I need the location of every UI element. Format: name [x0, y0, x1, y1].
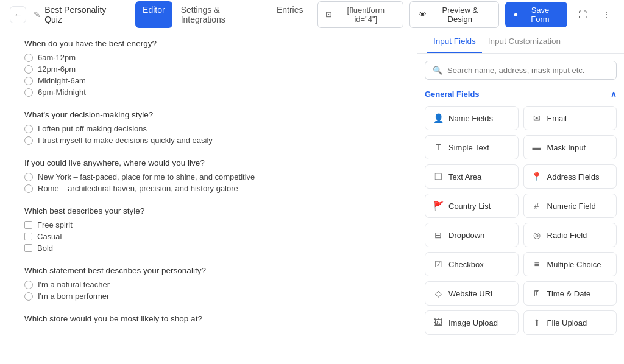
title-text: Best Personality Quiz	[44, 5, 123, 24]
radio-option[interactable]: Midnight-6am	[24, 76, 392, 85]
save-label: Save Form	[522, 5, 558, 24]
field-item-website-url[interactable]: ◇Website URL	[425, 281, 519, 306]
shortcode-text: [fluentform id="4"]	[336, 5, 395, 24]
field-item-multiple-choice[interactable]: ≡Multiple Choice	[523, 252, 617, 276]
radio-option[interactable]: Rome – architectural haven, precision, a…	[24, 184, 392, 193]
field-label: File Upload	[547, 318, 587, 327]
radio-option[interactable]: I'm a natural teacher	[24, 280, 392, 289]
nav-tab-editor[interactable]: Editor	[135, 1, 172, 28]
radio-control[interactable]	[24, 136, 33, 145]
option-label: Casual	[37, 232, 62, 241]
radio-option[interactable]: New York – fast-paced, place for me to s…	[24, 172, 392, 181]
save-icon: ●	[514, 10, 519, 19]
field-label: Radio Field	[547, 231, 587, 240]
section-title-text: General Fields	[425, 89, 480, 99]
more-options-button[interactable]: ⋮	[598, 6, 614, 23]
preview-label: Preview & Design	[430, 5, 489, 24]
question-text: Which store would you be most likely to …	[24, 314, 392, 323]
radio-option[interactable]: 12pm-6pm	[24, 65, 392, 74]
app-title: ✎ Best Personality Quiz	[34, 5, 123, 24]
nav-tab-settings-&-integrations[interactable]: Settings & Integrations	[174, 1, 268, 28]
search-box[interactable]: 🔍	[425, 61, 617, 80]
nav-tab-entries[interactable]: Entries	[269, 1, 311, 28]
checkbox-icon: ☑	[433, 259, 444, 270]
option-label: I trust myself to make decisions quickly…	[38, 136, 213, 145]
radio-control[interactable]	[24, 292, 33, 301]
name-fields-icon: 👤	[433, 113, 444, 124]
checkbox-control[interactable]	[24, 244, 32, 252]
back-icon: ←	[14, 10, 23, 19]
search-input[interactable]	[447, 66, 609, 75]
right-panel: Input FieldsInput Customization 🔍 Genera…	[417, 29, 624, 364]
field-label: Time & Date	[547, 289, 591, 298]
field-item-time-date[interactable]: 🗓Time & Date	[523, 281, 617, 306]
field-item-radio-field[interactable]: ◎Radio Field	[523, 223, 617, 247]
field-label: Multiple Choice	[547, 260, 601, 269]
header-actions: ⊡ [fluentform id="4"] 👁 Preview & Design…	[317, 1, 614, 28]
option-label: New York – fast-paced, place for me to s…	[38, 172, 255, 181]
field-item-mask-input[interactable]: ▬Mask Input	[523, 135, 617, 159]
pencil-icon: ✎	[34, 10, 41, 19]
field-item-dropdown[interactable]: ⊟Dropdown	[425, 223, 519, 247]
field-label: Dropdown	[448, 231, 484, 240]
radio-option[interactable]: I'm a born performer	[24, 292, 392, 301]
shortcode-button[interactable]: ⊡ [fluentform id="4"]	[317, 1, 403, 28]
radio-control[interactable]	[24, 54, 33, 62]
checkbox-option[interactable]: Bold	[24, 243, 392, 253]
field-item-checkbox[interactable]: ☑Checkbox	[425, 252, 519, 276]
radio-option[interactable]: I trust myself to make decisions quickly…	[24, 136, 392, 145]
form-editor: When do you have the best energy?6am-12p…	[0, 29, 417, 364]
field-label: Website URL	[448, 289, 495, 298]
collapse-icon[interactable]: ∧	[611, 89, 617, 99]
question-q4: Which best describes your style?Free spi…	[24, 206, 392, 253]
numeric-field-icon: #	[531, 200, 542, 211]
radio-control[interactable]	[24, 281, 33, 289]
checkbox-option[interactable]: Free spirit	[24, 220, 392, 229]
field-item-name-fields[interactable]: 👤Name Fields	[425, 106, 519, 130]
field-item-file-upload[interactable]: ⬆File Upload	[523, 310, 617, 335]
field-item-numeric-field[interactable]: #Numeric Field	[523, 194, 617, 218]
option-label: I often put off making decisions	[38, 124, 147, 133]
option-label: Bold	[37, 243, 53, 253]
question-text: Which statement best describes your pers…	[24, 266, 392, 275]
question-text: What's your decision-making style?	[24, 110, 392, 119]
option-label: 12pm-6pm	[38, 65, 76, 74]
save-form-button[interactable]: ● Save Form	[505, 2, 567, 27]
field-item-email[interactable]: ✉Email	[523, 106, 617, 130]
panel-tab-input-customization[interactable]: Input Customization	[482, 29, 567, 53]
checkbox-control[interactable]	[24, 221, 32, 229]
back-button[interactable]: ←	[10, 6, 26, 23]
eye-icon: 👁	[419, 10, 427, 19]
radio-control[interactable]	[24, 77, 33, 85]
radio-option[interactable]: I often put off making decisions	[24, 124, 392, 133]
radio-control[interactable]	[24, 88, 33, 97]
field-label: Simple Text	[448, 143, 489, 152]
radio-option[interactable]: 6am-12pm	[24, 53, 392, 62]
radio-control[interactable]	[24, 173, 33, 181]
field-label: Address Fields	[547, 172, 600, 181]
fullscreen-button[interactable]: ⛶	[573, 5, 592, 24]
section-title: General Fields ∧	[425, 89, 617, 99]
website-url-icon: ◇	[433, 288, 444, 299]
nav-tabs: EditorSettings & IntegrationsEntries	[135, 1, 310, 28]
field-label: Numeric Field	[547, 201, 596, 211]
field-item-text-area[interactable]: ❑Text Area	[425, 164, 519, 189]
radio-control[interactable]	[24, 184, 33, 193]
panel-tab-input-fields[interactable]: Input Fields	[427, 29, 482, 53]
field-label: Text Area	[448, 172, 481, 181]
preview-button[interactable]: 👁 Preview & Design	[410, 1, 498, 28]
field-item-simple-text[interactable]: TSimple Text	[425, 135, 519, 159]
field-item-address-fields[interactable]: 📍Address Fields	[523, 164, 617, 189]
field-label: Image Upload	[448, 318, 498, 327]
field-item-image-upload[interactable]: 🖼Image Upload	[425, 310, 519, 335]
fields-grid: 👤Name Fields✉EmailTSimple Text▬Mask Inpu…	[425, 106, 617, 335]
checkbox-control[interactable]	[24, 233, 32, 240]
option-label: I'm a born performer	[38, 292, 109, 301]
checkbox-option[interactable]: Casual	[24, 232, 392, 241]
field-item-country-list[interactable]: 🚩Country List	[425, 194, 519, 218]
search-icon: 🔍	[433, 66, 442, 75]
radio-control[interactable]	[24, 125, 33, 133]
multiple-choice-icon: ≡	[531, 259, 542, 270]
radio-control[interactable]	[24, 65, 33, 74]
radio-option[interactable]: 6pm-Midnight	[24, 88, 392, 97]
